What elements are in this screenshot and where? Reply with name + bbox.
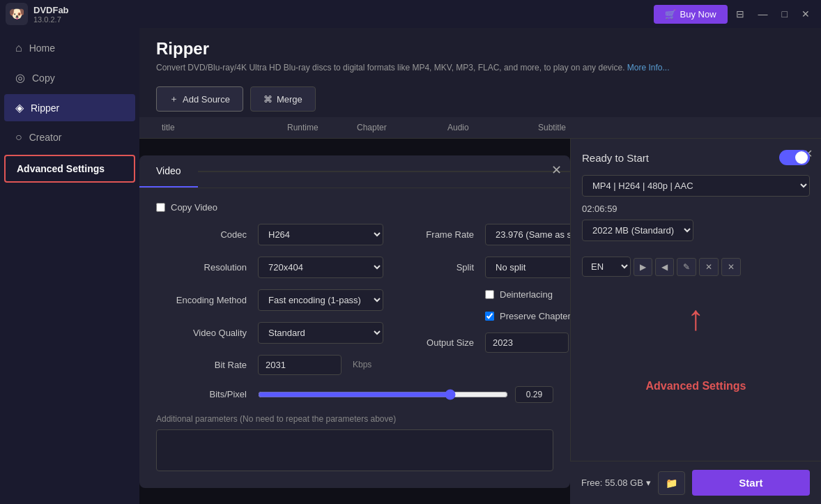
col-runtime: Runtime (282, 123, 351, 132)
format-select[interactable]: MP4 | H264 | 480p | AAC (582, 175, 810, 197)
app-name: DVDFab (33, 5, 69, 15)
video-quality-select[interactable]: Standard (258, 322, 383, 344)
start-button[interactable]: Start (692, 470, 810, 496)
advanced-arrow-area: ↑ Advanced Settings (582, 298, 810, 392)
chevron-down-icon: ▾ (646, 478, 651, 488)
sidebar-item-advanced-settings[interactable]: Advanced Settings (4, 155, 135, 183)
dialog-close-button[interactable]: ✕ (551, 162, 562, 178)
resolution-select[interactable]: 720x404 (258, 257, 383, 278)
lang-edit-button[interactable]: ✎ (677, 258, 696, 276)
deinterlacing-checkbox-label[interactable]: Deinterlacing (485, 289, 553, 300)
sidebar: ⌂ Home ◎ Copy ◈ Ripper ○ Creator Advance… (0, 28, 139, 504)
content-area: Ripper Convert DVD/Blu-ray/4K Ultra HD B… (139, 28, 821, 504)
bits-pixel-row: Bits/Pixel 0.29 (156, 386, 553, 403)
ready-label: Ready to Start (582, 152, 649, 164)
merge-icon: ⌘ (263, 94, 273, 105)
content-header: Ripper Convert DVD/Blu-ray/4K Ultra HD B… (139, 28, 821, 81)
deinterlacing-row: Deinterlacing (383, 289, 570, 300)
lang-prev-button[interactable]: ◀ (655, 258, 674, 276)
encoding-method-select[interactable]: Fast encoding (1-pass) (258, 289, 383, 311)
lang-delete-button[interactable]: ✕ (699, 258, 719, 276)
table-header: title Runtime Chapter Audio Subtitle (139, 117, 821, 139)
bits-pixel-slider-container: 0.29 (258, 386, 553, 403)
video-quality-label: Video Quality (156, 328, 247, 338)
sidebar-item-label-copy: Copy (32, 72, 55, 84)
lang-add-button[interactable]: ✕ (721, 258, 741, 276)
lang-play-button[interactable]: ▶ (634, 258, 652, 276)
advanced-settings-label: Advanced Settings (17, 163, 105, 174)
page-title: Ripper (156, 39, 804, 59)
lang-select[interactable]: EN (582, 257, 631, 277)
free-space: Free: 55.08 GB ▾ (581, 478, 651, 488)
ripper-icon: ◈ (15, 101, 24, 114)
merge-button[interactable]: ⌘ Merge (250, 86, 316, 112)
settings-col-left: Codec H264 Resolution 720x404 (156, 224, 383, 386)
preserve-chapters-checkbox-label[interactable]: Preserve Chapters (485, 311, 570, 321)
sidebar-item-copy[interactable]: ◎ Copy (4, 64, 135, 91)
copy-icon: ◎ (15, 71, 25, 84)
sidebar-item-ripper[interactable]: ◈ Ripper (4, 94, 135, 121)
video-quality-row: Video Quality Standard (156, 322, 383, 344)
maximize-button[interactable]: □ (776, 4, 793, 24)
sidebar-item-creator[interactable]: ○ Creator (4, 124, 135, 151)
creator-icon: ○ (15, 131, 22, 144)
encoding-method-row: Encoding Method Fast encoding (1-pass) (156, 289, 383, 311)
sidebar-item-home[interactable]: ⌂ Home (4, 35, 135, 61)
copy-video-checkbox-label[interactable]: Copy Video (156, 202, 217, 213)
format-row: MP4 | H264 | 480p | AAC (582, 175, 810, 197)
arrow-up-icon: ↑ (582, 298, 810, 338)
ready-toggle[interactable] (779, 150, 810, 165)
preserve-chapters-row: Preserve Chapters (383, 311, 570, 321)
output-size-row: Output Size 2023 MB (383, 333, 570, 353)
title-bar: 🐶 DVDFab 13.0.2.7 🛒 Buy Now ⊟ — □ ✕ (0, 0, 821, 28)
app-logo: 🐶 (6, 3, 28, 25)
tab-video[interactable]: Video (139, 155, 198, 188)
frame-rate-select[interactable]: 23.976 (Same as source) (485, 224, 570, 245)
lang-row: EN ▶ ◀ ✎ ✕ ✕ (582, 257, 810, 277)
bit-rate-input[interactable]: 2031 (258, 355, 342, 375)
copy-video-checkbox[interactable] (156, 203, 165, 212)
close-button[interactable]: ✕ (796, 4, 815, 24)
panel-area: Video ✕ Copy Video (139, 139, 821, 504)
plus-icon: ＋ (169, 93, 178, 105)
deinterlacing-checkbox[interactable] (485, 290, 494, 299)
main-layout: ⌂ Home ◎ Copy ◈ Ripper ○ Creator Advance… (0, 28, 821, 504)
col-subtitle: Subtitle (532, 123, 623, 132)
page-description: Convert DVD/Blu-ray/4K Ultra HD Blu-ray … (156, 63, 804, 72)
folder-button[interactable]: 📁 (658, 471, 685, 495)
ready-to-start-row: Ready to Start (582, 150, 810, 165)
settings-col-right: Frame Rate 23.976 (Same as source) Split (383, 224, 570, 386)
more-info-link[interactable]: More Info... (627, 63, 670, 72)
advanced-settings-label-right: Advanced Settings (582, 380, 810, 392)
home-icon: ⌂ (15, 42, 22, 54)
output-size-input[interactable]: 2023 (485, 333, 569, 353)
codec-label: Codec (156, 229, 247, 240)
bits-pixel-value: 0.29 (515, 386, 553, 403)
sidebar-item-label-home: Home (29, 43, 55, 54)
bits-pixel-slider[interactable] (258, 389, 508, 400)
resolution-label: Resolution (156, 262, 247, 273)
frame-rate-label: Frame Rate (383, 229, 474, 240)
size-select[interactable]: 2022 MB (Standard) (582, 220, 693, 241)
window-menu-button[interactable]: ⊟ (730, 4, 750, 24)
add-source-button[interactable]: ＋ Add Source (156, 86, 243, 112)
toolbar: ＋ Add Source ⌘ Merge (139, 81, 821, 117)
duration-row: 02:06:59 (582, 204, 810, 214)
split-label: Split (383, 262, 474, 273)
preserve-chapters-checkbox[interactable] (485, 312, 494, 321)
split-select[interactable]: No split (485, 257, 570, 278)
split-row: Split No split (383, 257, 570, 278)
settings-grid: Codec H264 Resolution 720x404 (156, 224, 553, 386)
advanced-settings-dialog: Video ✕ Copy Video (139, 155, 570, 488)
bit-rate-row: Bit Rate 2031 Kbps (156, 355, 383, 375)
minimize-button[interactable]: — (753, 4, 774, 24)
additional-params-textarea[interactable] (156, 429, 553, 471)
right-panel: ✕ Ready to Start MP4 | H264 | 480p | AAC… (570, 139, 821, 504)
buy-now-button[interactable]: 🛒 Buy Now (654, 5, 728, 24)
bit-rate-label: Bit Rate (156, 360, 247, 370)
cart-icon: 🛒 (665, 9, 676, 20)
tab-divider (198, 171, 570, 172)
dialog-body: Copy Video Codec H264 (139, 188, 570, 488)
encoding-method-label: Encoding Method (156, 295, 247, 305)
codec-select[interactable]: H264 (258, 224, 383, 245)
